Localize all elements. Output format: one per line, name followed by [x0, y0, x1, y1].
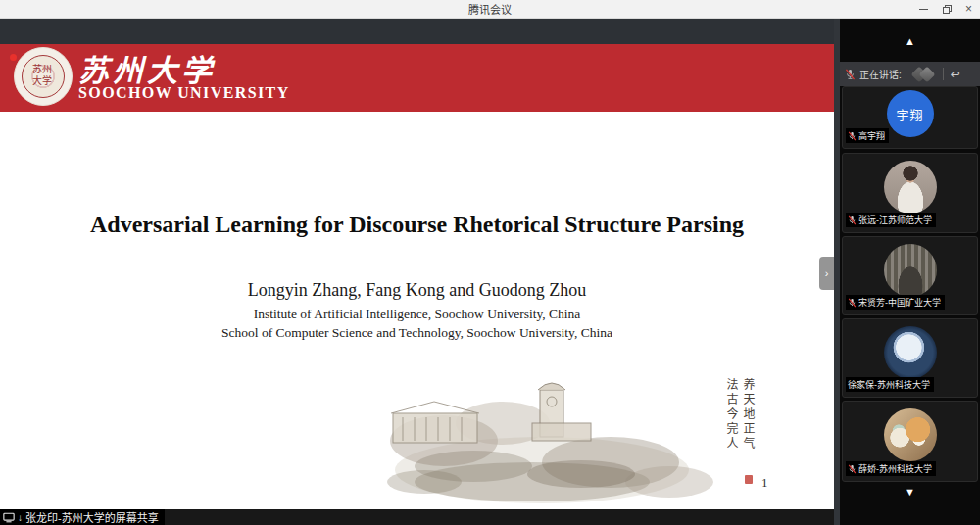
slide-authors: Longyin Zhang, Fang Kong and Guodong Zho…: [0, 280, 834, 301]
presentation-top-strip: [0, 19, 834, 44]
participant-name-tag: 高宇翔: [846, 128, 889, 143]
participant-name: 薛娇-苏州科技大学: [858, 462, 932, 475]
participant-name-tag: 徐家保-苏州科技大学: [846, 377, 934, 392]
slide-title: Adversarial Learning for Discourse Rheto…: [0, 212, 834, 238]
restore-icon[interactable]: [943, 5, 951, 13]
participants-sidebar: ▲ 正在讲话: ↩ 宇翔: [834, 19, 980, 525]
avatar: [884, 161, 937, 214]
participant-tile[interactable]: 薛娇-苏州科技大学: [842, 401, 978, 482]
screen-share-label: 张龙印-苏州大学的屏幕共享: [25, 509, 159, 525]
participant-tile[interactable]: 张远-江苏师范大学: [842, 153, 978, 233]
chevron-right-icon: ›: [825, 267, 829, 279]
mic-muted-icon: [848, 215, 857, 225]
university-motto-calligraphy: 养天地正气 法古今完人: [722, 378, 756, 472]
participant-name-tag: 薛娇-苏州科技大学: [846, 461, 936, 476]
university-seal-text: 苏州大学: [31, 64, 53, 87]
mic-muted-icon: [845, 69, 856, 80]
scroll-up-icon: ▲: [905, 35, 915, 47]
tencent-meeting-window: 腾讯会议 × 苏州大学 苏州大学 SOOCHOW UNIVERSITY Adve…: [0, 0, 980, 525]
participant-tile[interactable]: 宋贤芳-中国矿业大学: [842, 236, 978, 315]
participant-name-tag: 张远-江苏师范大学: [846, 213, 936, 227]
divider: [943, 68, 944, 80]
campus-ink-painting: [385, 372, 777, 505]
motto-column-1: 养天地正气: [739, 378, 756, 472]
avatar: [884, 244, 937, 297]
speaking-avatars: [913, 69, 933, 80]
participant-name: 张远-江苏师范大学: [858, 214, 932, 226]
close-icon[interactable]: ×: [965, 0, 972, 18]
mic-muted-icon: [848, 298, 857, 308]
avatar: [884, 326, 937, 379]
presentation-slide: Adversarial Learning for Discourse Rheto…: [0, 112, 834, 509]
scroll-down-button[interactable]: ▼: [840, 486, 980, 498]
motto-column-2: 法古今完人: [722, 378, 739, 472]
university-banner: 苏州大学 苏州大学 SOOCHOW UNIVERSITY: [0, 44, 834, 112]
participant-name-tag: 宋贤芳-中国矿业大学: [846, 295, 945, 310]
window-title: 腾讯会议: [468, 1, 512, 17]
mic-muted-icon: [848, 131, 857, 141]
speaking-now-label: 正在讲话:: [859, 67, 902, 81]
scroll-down-icon: ▼: [905, 486, 915, 498]
window-controls: ×: [919, 0, 972, 18]
university-name-english: SOOCHOW UNIVERSITY: [78, 84, 290, 102]
participant-tile[interactable]: 徐家保-苏州科技大学: [842, 318, 978, 398]
mic-muted-icon: [848, 464, 857, 474]
avatar: [884, 408, 937, 461]
minimize-icon[interactable]: [919, 9, 928, 10]
sidebar-collapse-handle[interactable]: ›: [819, 257, 834, 290]
avatar: 宇翔: [887, 90, 934, 137]
participant-name: 徐家保-苏州科技大学: [848, 378, 930, 391]
screen-share-statusbar: ↓ 张龙印-苏州大学的屏幕共享: [0, 509, 834, 525]
participant-name: 高宇翔: [858, 129, 885, 142]
collapse-panel-icon[interactable]: ↩: [951, 69, 960, 80]
monitor-icon: [3, 512, 15, 523]
participant-name: 宋贤芳-中国矿业大学: [858, 296, 941, 309]
shared-screen-view: 苏州大学 苏州大学 SOOCHOW UNIVERSITY Adversarial…: [0, 19, 834, 509]
slide-affiliation-1: Institute of Artificial Intelligence, So…: [0, 307, 834, 322]
screen-share-chip[interactable]: ↓ 张龙印-苏州大学的屏幕共享: [0, 509, 165, 525]
share-down-arrow-icon: ↓: [18, 512, 23, 523]
university-seal: 苏州大学: [14, 47, 73, 106]
slide-affiliation-2: School of Computer Science and Technolog…: [0, 325, 834, 341]
scroll-up-button[interactable]: ▲: [840, 35, 980, 47]
speaking-now-bar[interactable]: 正在讲话: ↩: [840, 62, 980, 86]
painter-red-seal: [745, 475, 753, 484]
record-dot-icon: [10, 54, 17, 61]
window-titlebar[interactable]: 腾讯会议 ×: [0, 0, 980, 19]
slide-page-number: 1: [761, 475, 768, 491]
participant-tile[interactable]: 宇翔 高宇翔: [842, 86, 978, 149]
